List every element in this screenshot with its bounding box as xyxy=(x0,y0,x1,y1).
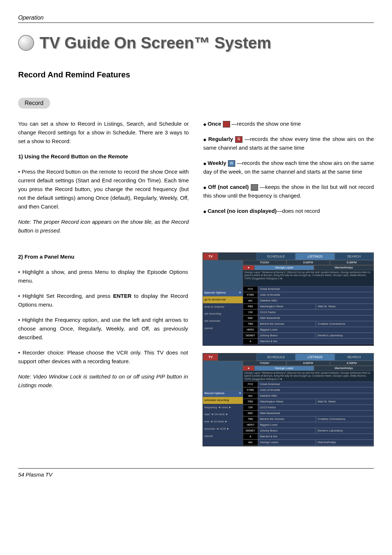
listing-row: DISNEYJohnny BravoDexter's Laboratory xyxy=(243,333,373,339)
program-cell: Behind the Scenes xyxy=(258,321,316,327)
show-description: George Lopez "Weekend at Benny's" (Sitco… xyxy=(243,371,373,381)
tv-logo: TV xyxy=(203,253,218,260)
listing-row: NBCNBA Basketball xyxy=(243,410,373,416)
episode-options-screenshot: TV SCHEDULE LISTINGS SEARCH Episode Opti… xyxy=(203,252,374,346)
channel-logo: abc xyxy=(243,439,258,445)
weekly-line: Weekly W —records the show each time the… xyxy=(203,159,374,176)
video-preview xyxy=(203,361,243,390)
show-george-lopez: George Lopez xyxy=(254,265,314,270)
page-footer: 54 Plasma TV xyxy=(18,468,374,478)
section2-bullet1: • Highlight a show, and press Menu to di… xyxy=(18,268,188,285)
menu-item: start ◄ On time ► xyxy=(203,411,243,418)
program-cell: NBA Basketball xyxy=(258,410,373,416)
today-label: TODAY xyxy=(243,361,286,366)
menu-item: end ◄ On time ► xyxy=(203,418,243,426)
once-line: Once —records the show one time xyxy=(203,119,374,128)
channel-logo: PBS xyxy=(243,399,258,405)
program-cell: Behind the Scenes xyxy=(258,416,316,422)
menu-title: Episode Options✕ xyxy=(203,290,243,296)
menu-item: tune to channel xyxy=(203,304,243,311)
listing-row: KTBNJoan of Arcadia xyxy=(243,387,373,393)
listing-row: PBSWashington WeekWall St. Week xyxy=(243,399,373,405)
tab-search: SEARCH xyxy=(335,253,374,260)
page-title: TV Guide On Screen™ System xyxy=(40,34,271,52)
listing-row: TBNBehind the ScenesCreative Connections xyxy=(243,321,373,327)
regularly-line: Regularly R —records the show every time… xyxy=(203,135,374,152)
channel-logo: CW xyxy=(243,309,258,315)
listing-row: FOXGreat American xyxy=(243,381,373,387)
section2-bullet4: • Recorder choice: Please choose the VCR… xyxy=(18,348,188,366)
channel-logo: KTBN xyxy=(243,292,258,298)
menu-item: set reminder xyxy=(203,318,243,325)
program-cell: Creative Connections xyxy=(316,416,373,422)
tab-search: SEARCH xyxy=(335,353,374,361)
listing-row: HEROBiggest Loser xyxy=(243,327,373,333)
channel-logo: NBC xyxy=(243,410,258,416)
channel-logo: KTBN xyxy=(243,387,258,393)
section1-title: 1) Using the Record Button on the Remote xyxy=(18,152,189,161)
program-cell: Great American xyxy=(258,381,373,387)
section2-bullet3: • Highlight the Frequency option, and us… xyxy=(18,316,188,342)
listing-row: CWCh13 Factor xyxy=(243,405,373,410)
listing-row: AMarried & the xyxy=(243,339,373,344)
program-cell: Great American xyxy=(258,445,373,446)
channel-logo: abc xyxy=(243,393,258,399)
listing-row: HEROBiggest Loser xyxy=(243,422,373,428)
menu-item: cancel xyxy=(203,325,243,332)
menu-item: set recording xyxy=(203,311,243,318)
channel-logo: FOX xyxy=(243,381,258,387)
listing-row: NBCNBA Basketball xyxy=(243,315,373,321)
channel-logo: HERO xyxy=(243,422,258,428)
regularly-icon: R xyxy=(235,136,242,143)
show-george-lopez: George Lopez xyxy=(254,366,314,371)
menu-title: Record Options✕ xyxy=(203,390,243,397)
program-cell: Washington Week xyxy=(258,304,316,309)
program-cell: Married & the xyxy=(258,434,373,439)
weekly-icon: W xyxy=(228,160,235,167)
show-married-kellys: Married/Kellys xyxy=(314,265,373,270)
subtitle: Record And Remind Features xyxy=(18,70,374,80)
program-cell: Joan of Arcadia xyxy=(258,387,373,393)
listing-row: abcDateline NBC xyxy=(243,298,373,304)
menu-item: frequency ◄ once ► xyxy=(203,404,243,412)
tab-schedule: SCHEDULE xyxy=(257,353,296,361)
time-2: 8:30PM xyxy=(330,361,373,366)
intro-text: You can set a show to Record in Listings… xyxy=(18,119,189,146)
program-cell: Creative Connections xyxy=(316,321,373,327)
program-cell: Biggest Loser xyxy=(258,327,373,333)
listing-row: FOXGreat American xyxy=(243,445,373,446)
section2-note: Note: Video Window Lock is switched to o… xyxy=(18,372,188,390)
time-1: 8:00PM xyxy=(286,260,330,265)
listing-row: TBNBehind the ScenesCreative Connections xyxy=(243,416,373,422)
record-options-screenshot: TV SCHEDULE LISTINGS SEARCH Record Optio… xyxy=(203,353,374,446)
channel-logo: HERO xyxy=(243,327,258,333)
listing-row: FOXGreat American xyxy=(243,286,373,292)
program-cell: Married & the xyxy=(258,339,373,344)
program-cell: Wall St. Week xyxy=(316,399,373,405)
time-1: 8:00PM xyxy=(286,361,330,366)
program-cell: Johnny Bravo xyxy=(258,428,316,434)
program-cell: Great American xyxy=(258,286,373,292)
off-line: Off (not cancel) —keeps the show in the … xyxy=(203,183,374,200)
program-cell: Dateline NBC xyxy=(258,393,373,399)
channel-logo: DISNEY xyxy=(243,428,258,434)
menu-item: schedule recording xyxy=(203,397,243,404)
cancel-line: Cancel (no icon displayed)—does not reco… xyxy=(203,207,374,215)
section1-body: • Press the Record button on the remote … xyxy=(18,167,189,211)
listing-row: KTBNJoan of Arcadia xyxy=(243,292,373,298)
listing-row: DISNEYJohnny BravoDexter's Laboratory xyxy=(243,428,373,434)
channel-logo: TBN xyxy=(243,321,258,327)
section1-note: Note: The proper Record icon appears on … xyxy=(18,218,189,235)
program-cell: Washington Week xyxy=(258,399,316,405)
listing-row: abcDateline NBC xyxy=(243,393,373,399)
program-cell: Joan of Arcadia xyxy=(258,292,373,298)
time-2: 8:30PM xyxy=(330,260,373,265)
tab-schedule: SCHEDULE xyxy=(257,253,296,260)
program-cell: Ch13 Factor xyxy=(258,405,373,410)
channel-logo: abc xyxy=(243,298,258,304)
program-cell: Johnny Bravo xyxy=(258,333,316,339)
program-cell: Wall St. Week xyxy=(316,304,373,309)
program-cell: George Lopez xyxy=(258,439,316,445)
show-description: George Lopez "Weekend at Benny's" (Sitco… xyxy=(243,270,373,286)
program-cell: NBA Basketball xyxy=(258,315,373,321)
